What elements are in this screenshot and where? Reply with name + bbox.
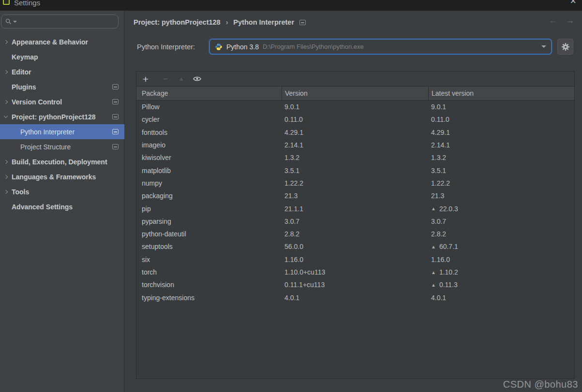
chevron-icon	[3, 116, 9, 117]
package-version: 3.5.1	[282, 167, 428, 174]
latest-version-text: 9.0.1	[431, 103, 446, 111]
column-header-latest-version: Latest version	[428, 87, 574, 100]
table-row-typing-extensions[interactable]: typing-extensions 4.0.1 4.0.1	[136, 291, 574, 304]
sidebar-item-label: Keymap	[12, 53, 38, 61]
breadcrumb-separator-icon: ›	[226, 18, 228, 26]
show-early-releases-button[interactable]	[192, 76, 202, 82]
package-latest-version: 1.22.2	[428, 179, 574, 187]
latest-version-text: 0.11.0	[431, 116, 449, 123]
latest-version-text: 22.0.3	[439, 205, 458, 213]
package-version: 0.11.1+cu113	[282, 281, 428, 289]
column-header-package: Package	[136, 87, 282, 100]
package-latest-version: 1.16.0	[428, 256, 574, 263]
packages-panel: + − ▲ Package Version Latest version Pil…	[136, 71, 575, 379]
package-latest-version: 0.11.0	[428, 116, 574, 123]
sidebar-item-label: Project Structure	[20, 143, 71, 151]
install-package-button[interactable]: +	[141, 74, 150, 84]
package-name: kiwisolver	[136, 154, 282, 161]
table-row-pillow[interactable]: Pillow 9.0.1 9.0.1	[136, 101, 574, 113]
sidebar-item-advanced-settings[interactable]: Advanced Settings	[0, 199, 124, 214]
latest-version-text: 60.7.1	[439, 243, 458, 250]
titlebar: Settings ×	[0, 0, 582, 11]
latest-version-text: 2.14.1	[431, 141, 450, 149]
table-header: Package Version Latest version	[136, 86, 574, 101]
interpreter-select[interactable]: Python 3.8 D:\Program Files\Python\pytho…	[209, 39, 552, 55]
sidebar-item-plugins[interactable]: Plugins	[0, 79, 124, 94]
package-latest-version: 21.3	[428, 192, 574, 200]
package-latest-version: 4.0.1	[428, 294, 574, 302]
package-version: 21.3	[282, 192, 428, 200]
sidebar-item-build-execution-deployment[interactable]: Build, Execution, Deployment	[0, 154, 124, 169]
table-row-packaging[interactable]: packaging 21.3 21.3	[136, 189, 574, 202]
search-input[interactable]	[1, 15, 119, 29]
table-row-torch[interactable]: torch 1.10.0+cu113 ▲ 1.10.2	[136, 266, 574, 278]
upgrade-arrow-icon: ▲	[431, 244, 436, 249]
forward-arrow-icon[interactable]: →	[566, 16, 574, 25]
sidebar-item-version-control[interactable]: Version Control	[0, 94, 124, 109]
table-row-pyparsing[interactable]: pyparsing 3.0.7 3.0.7	[136, 215, 574, 228]
upgrade-arrow-icon: ▲	[431, 270, 436, 275]
package-version: 3.0.7	[282, 218, 428, 225]
table-row-numpy[interactable]: numpy 1.22.2 1.22.2	[136, 177, 574, 189]
sidebar-item-label: Python Interpreter	[20, 128, 75, 136]
settings-window-icon	[3, 0, 10, 5]
latest-version-text: 4.0.1	[431, 294, 446, 302]
latest-version-text: 1.16.0	[431, 256, 450, 263]
interpreter-name: Python 3.8	[226, 43, 259, 51]
package-version: 1.22.2	[282, 179, 428, 187]
sidebar-item-languages-frameworks[interactable]: Languages & Frameworks	[0, 169, 124, 184]
breadcrumb-page[interactable]: Python Interpreter	[233, 18, 294, 26]
interpreter-settings-button[interactable]	[557, 39, 573, 55]
table-row-torchvision[interactable]: torchvision 0.11.1+cu113 ▲ 0.11.3	[136, 278, 574, 291]
package-name: pyparsing	[136, 218, 282, 225]
per-project-badge-icon	[112, 84, 119, 89]
sidebar-item-python-interpreter[interactable]: Python Interpreter	[0, 124, 124, 139]
package-latest-version: 4.29.1	[428, 129, 574, 136]
sidebar-item-appearance-behavior[interactable]: Appearance & Behavior	[0, 34, 124, 49]
uninstall-package-button[interactable]: −	[161, 74, 170, 83]
chevron-icon	[3, 86, 9, 88]
table-row-matplotlib[interactable]: matplotlib 3.5.1 3.5.1	[136, 164, 574, 176]
table-row-pip[interactable]: pip 21.1.1 ▲ 22.0.3	[136, 202, 574, 215]
table-row-fonttools[interactable]: fonttools 4.29.1 4.29.1	[136, 126, 574, 139]
package-version: 4.29.1	[282, 129, 428, 136]
package-latest-version: ▲ 60.7.1	[428, 243, 574, 250]
package-version: 2.8.2	[282, 230, 428, 238]
table-row-six[interactable]: six 1.16.0 1.16.0	[136, 253, 574, 266]
gear-icon	[561, 43, 570, 51]
table-row-imageio[interactable]: imageio 2.14.1 2.14.1	[136, 139, 574, 151]
table-row-python-dateutil[interactable]: python-dateutil 2.8.2 2.8.2	[136, 228, 574, 240]
breadcrumb: Project: pythonProject128 › Python Inter…	[134, 17, 306, 27]
latest-version-text: 1.22.2	[431, 179, 450, 187]
latest-version-text: 2.8.2	[431, 230, 446, 238]
chevron-icon	[3, 71, 9, 73]
breadcrumb-project[interactable]: Project: pythonProject128	[134, 18, 221, 26]
table-row-setuptools[interactable]: setuptools 56.0.0 ▲ 60.7.1	[136, 240, 574, 253]
per-project-badge-icon	[112, 114, 119, 119]
column-header-version: Version	[282, 87, 428, 100]
table-row-kiwisolver[interactable]: kiwisolver 1.3.2 1.3.2	[136, 151, 574, 164]
sidebar-item-project-structure[interactable]: Project Structure	[0, 139, 124, 154]
sidebar-item-keymap[interactable]: Keymap	[0, 49, 124, 64]
back-arrow-icon[interactable]: ←	[549, 16, 557, 25]
main-panel: Project: pythonProject128 › Python Inter…	[124, 11, 582, 392]
upgrade-package-button[interactable]: ▲	[177, 76, 186, 82]
chevron-icon	[3, 160, 9, 163]
sidebar-item-editor[interactable]: Editor	[0, 64, 124, 79]
close-icon[interactable]: ×	[570, 0, 576, 6]
chevron-icon	[3, 175, 9, 178]
interpreter-label: Python Interpreter:	[137, 43, 195, 51]
sidebar-item-label: Editor	[12, 68, 31, 76]
table-row-cycler[interactable]: cycler 0.11.0 0.11.0	[136, 113, 574, 126]
package-latest-version: ▲ 0.11.3	[428, 281, 574, 289]
sidebar-item-tools[interactable]: Tools	[0, 184, 124, 199]
package-version: 1.10.0+cu113	[282, 268, 428, 276]
settings-sidebar: Appearance & Behavior Keymap Editor Plug…	[0, 11, 124, 392]
package-name: numpy	[136, 179, 282, 187]
latest-version-text: 3.5.1	[431, 167, 446, 174]
chevron-down-icon	[13, 21, 17, 23]
sidebar-item-project-pythonproject128[interactable]: Project: pythonProject128	[0, 109, 124, 124]
per-project-badge-icon	[112, 99, 119, 104]
upgrade-arrow-icon: ▲	[431, 282, 436, 288]
package-latest-version: 1.3.2	[428, 154, 574, 161]
